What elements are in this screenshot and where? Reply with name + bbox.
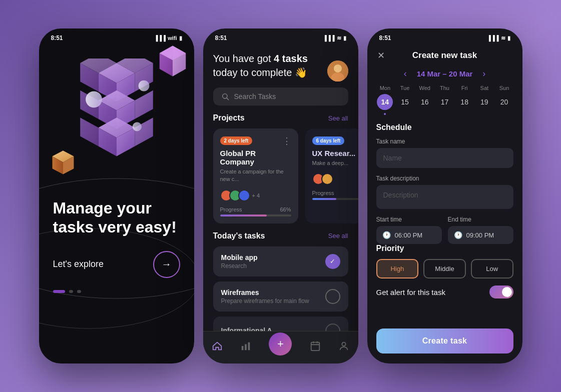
task-1-check[interactable] [325, 254, 340, 269]
task-name-group: Task name Name [376, 138, 513, 168]
start-time-label: Start time [376, 216, 442, 223]
svg-rect-35 [245, 344, 247, 350]
task-2-title: Wireframes [221, 288, 309, 296]
avatar-icon: 10 [327, 60, 348, 82]
priority-high-button[interactable]: High [376, 259, 419, 278]
end-time-input[interactable]: 🕐 09:00 PM [448, 226, 513, 244]
date-navigation: ‹ 14 Mar – 20 Mar › [367, 66, 522, 85]
alert-label: Get alert for this task [376, 288, 445, 296]
status-bar-2: 8:51 ▐▐▐ ≋ ▮ [203, 28, 358, 44]
more-options-icon[interactable]: ⋮ [282, 136, 291, 146]
phone-tasks: 8:51 ▐▐▐ ≋ ▮ You have got 4 tasks today … [203, 28, 358, 364]
greeting-bold: 4 tasks [274, 53, 308, 64]
project-2-title: UX Resear... [312, 149, 358, 158]
week-calendar: Mon 14 Tue 15 Wed 16 Thu 17 Fri 18 Sat [367, 85, 522, 123]
tasks-label: Today's tasks [213, 232, 265, 240]
create-task-header: ✕ Create new task [367, 44, 522, 66]
see-all-tasks[interactable]: See all [328, 232, 348, 240]
day-thu[interactable]: Thu 17 [436, 85, 452, 115]
greeting-pre: You have got [213, 53, 274, 64]
project-card-1[interactable]: 2 days left ⋮ Global PR Company Create a… [213, 128, 298, 224]
search-icon [221, 92, 229, 100]
day-sat[interactable]: Sat 19 [476, 85, 492, 115]
status-bar-3: 8:51 ▐▐▐ ≋ ▮ [367, 28, 522, 44]
svg-point-41 [342, 342, 345, 346]
pagination-dots [53, 290, 180, 293]
task-item-2[interactable]: Wireframes Prepare wireframes for main f… [213, 282, 348, 312]
nav-profile[interactable] [338, 340, 349, 352]
project-card-2[interactable]: 6 days left UX Resear... Make a deep... … [305, 128, 358, 224]
small-cube-bottom-left [48, 148, 78, 178]
svg-point-29 [334, 64, 342, 72]
signal-icon-2: ▐▐▐ [323, 35, 334, 41]
project-1-title: Global PR Company [220, 149, 291, 166]
projects-list: 2 days left ⋮ Global PR Company Create a… [203, 128, 358, 232]
day-sun[interactable]: Sun 20 [496, 85, 512, 115]
priority-low-button[interactable]: Low [471, 259, 513, 278]
tasks-list: Mobile app Research Wireframes Prepare w… [203, 246, 358, 331]
svg-point-23 [138, 80, 149, 92]
nav-add-button[interactable]: + [269, 332, 292, 356]
create-task-button[interactable]: Create task [376, 328, 513, 354]
nav-home[interactable] [212, 340, 223, 352]
close-button[interactable]: ✕ [377, 50, 385, 61]
end-time-label: End time [448, 216, 513, 223]
explore-button[interactable]: → [153, 251, 180, 278]
wifi-icon-2: ≋ [337, 35, 341, 42]
day-tue[interactable]: Tue 15 [397, 85, 413, 115]
battery-icon-3: ▮ [507, 35, 510, 42]
projects-label: Projects [213, 114, 245, 122]
progress-pct-1: 66% [280, 206, 291, 212]
cube-illustration [53, 58, 180, 158]
nav-charts[interactable] [240, 340, 251, 352]
day-wed[interactable]: Wed 16 [417, 85, 433, 115]
priority-middle-button[interactable]: Middle [423, 259, 466, 278]
time-2: 8:51 [215, 34, 227, 42]
plus-icon: + [277, 338, 284, 350]
time-fields: Start time 🕐 06:00 PM End time 🕐 09:00 P… [376, 216, 513, 244]
task-2-sub: Prepare wireframes for main flow [221, 298, 309, 304]
chart-icon [240, 340, 251, 352]
search-placeholder: Search Tasks [234, 92, 276, 100]
arrow-icon: → [162, 258, 172, 270]
svg-marker-19 [80, 118, 98, 146]
prev-week-button[interactable]: ‹ [404, 68, 407, 79]
task-3-check[interactable] [325, 324, 340, 331]
nav-calendar[interactable] [310, 340, 321, 352]
svg-point-24 [132, 122, 141, 131]
next-week-button[interactable]: › [482, 68, 485, 79]
day-mon[interactable]: Mon 14 [377, 85, 393, 115]
task-name-placeholder: Name [383, 154, 402, 162]
calendar-icon [310, 340, 321, 352]
start-time-input[interactable]: 🕐 06:00 PM [376, 226, 442, 244]
alert-toggle[interactable] [489, 286, 513, 298]
task-2-check[interactable] [325, 289, 340, 304]
task-name-label: Task name [376, 138, 513, 145]
task-item-1[interactable]: Mobile app Research [213, 246, 348, 276]
dot-3[interactable] [77, 290, 81, 293]
user-avatar[interactable]: 10 [327, 60, 348, 82]
search-bar[interactable]: Search Tasks [213, 88, 348, 106]
progress-label-2: Progress [312, 190, 334, 196]
signal-icon-3: ▐▐▐ [487, 35, 498, 41]
dot-1[interactable] [53, 290, 65, 293]
project-1-badge: 2 days left [220, 136, 253, 145]
task-name-input[interactable]: Name [376, 148, 513, 168]
start-time-group: Start time 🕐 06:00 PM [376, 216, 442, 244]
main-cube [67, 58, 167, 158]
dot-2[interactable] [69, 290, 73, 293]
clock-icon-end: 🕐 [454, 231, 462, 239]
avatar-count: + 4 [252, 192, 260, 198]
svg-rect-34 [242, 346, 244, 350]
wifi-icon-3: ≋ [501, 35, 505, 42]
priority-section: Priority High Middle Low [376, 244, 513, 278]
svg-point-22 [86, 91, 102, 108]
task-1-sub: Research [221, 262, 258, 270]
task-desc-input[interactable]: Description [376, 185, 513, 209]
task-item-3[interactable]: Informational A... [213, 316, 348, 331]
greeting-post: today to complete 👋 [213, 67, 307, 78]
day-fri[interactable]: Fri 18 [456, 85, 472, 115]
see-all-projects[interactable]: See all [328, 114, 348, 122]
battery-icon-2: ▮ [343, 35, 346, 42]
task-desc-label: Task description [376, 175, 513, 182]
